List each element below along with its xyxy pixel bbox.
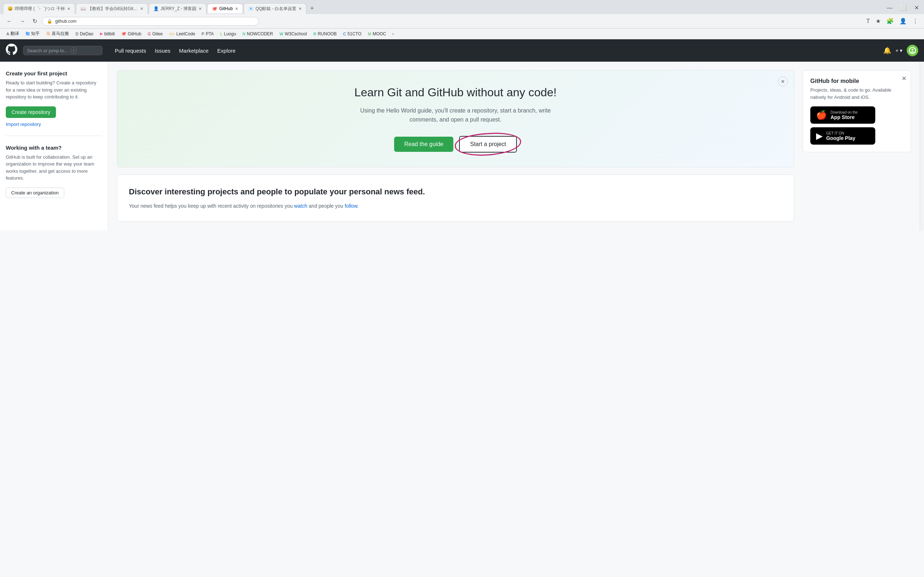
bookmark-label-leetcode: LeetCode [176, 31, 195, 36]
bookmark-label-51cto: 51CTO [347, 31, 361, 36]
bookmark-luogu[interactable]: L Luogu [218, 31, 238, 37]
tab-close-tutorial[interactable]: ✕ [140, 6, 143, 11]
bookmark-label-zhihu: 知乎 [31, 31, 40, 37]
bookmark-pta[interactable]: P PTA [200, 31, 216, 37]
bookmark-label-luogu: Luogu [224, 31, 236, 36]
nav-issues[interactable]: Issues [151, 45, 174, 56]
bookmark-favicon-github: 🐙 [121, 31, 126, 36]
discover-desc-pre: Your news feed helps you keep up with re… [129, 203, 294, 209]
restore-button[interactable]: ⬜ [898, 3, 909, 13]
github-mobile-card: ✕ GitHub for mobile Projects, ideas, & c… [803, 70, 911, 152]
mobile-card-close-button[interactable]: ✕ [901, 75, 906, 82]
learn-git-description: Using the Hello World guide, you'll crea… [347, 106, 564, 124]
bookmark-favicon-pta: P [202, 32, 204, 36]
card-action-buttons: Read the guide Start a project [132, 136, 779, 153]
bookmark-favicon-leetcode: </> [169, 32, 175, 36]
app-store-text: Download on the App Store [830, 110, 858, 120]
scrollbar[interactable] [920, 62, 924, 230]
translate-button[interactable]: T [865, 16, 871, 26]
page-body: Create your first project Ready to start… [0, 62, 924, 230]
learn-git-title: Learn Git and GitHub without any code! [132, 85, 779, 100]
import-repository-link[interactable]: Import repository [6, 121, 102, 127]
bookmark-w3cschool[interactable]: W W3Cschool [277, 31, 309, 37]
follow-link[interactable]: follow [345, 203, 357, 209]
forward-button[interactable]: → [17, 16, 27, 26]
extensions-button[interactable]: 🧩 [885, 16, 895, 26]
bookmark-ximalaya[interactable]: 马 喜马拉雅 [44, 30, 71, 37]
minimize-button[interactable]: — [885, 3, 895, 13]
sidebar-divider [6, 135, 102, 136]
bookmark-label-nowcoder: NOWCODER [247, 31, 273, 36]
tab-title-github: GitHub [219, 6, 233, 11]
tab-close-qq[interactable]: ✕ [299, 6, 302, 11]
new-tab-button[interactable]: + [307, 3, 317, 14]
bookmark-nowcoder[interactable]: N NOWCODER [241, 31, 275, 37]
google-play-button[interactable]: ▶ GET IT ON Google Play [810, 127, 875, 145]
tab-github[interactable]: 🐙 GitHub ✕ [207, 3, 242, 13]
read-guide-button[interactable]: Read the guide [394, 137, 454, 152]
bookmark-label-mooc: MOOC [373, 31, 386, 36]
create-repository-button[interactable]: Create repository [6, 106, 56, 118]
back-button[interactable]: ← [4, 16, 15, 26]
profile-button[interactable]: 👤 [898, 16, 908, 26]
tab-favicon-tutorial: 📖 [81, 6, 86, 11]
bookmark-runoob[interactable]: R RUNOOB [311, 31, 339, 37]
sidebar-section-desc-create: Ready to start building? Create a reposi… [6, 79, 102, 101]
bookmark-dedao[interactable]: D DeDao [73, 31, 95, 37]
browser-controls: ← → ↻ 🔒 github.com T ★ 🧩 👤 ⋮ [0, 14, 924, 29]
search-bar[interactable]: Search or jump to... / [23, 46, 102, 55]
tab-qq[interactable]: 📧 QQ邮箱 - 白名单设置 ✕ [244, 3, 307, 14]
tab-close-github[interactable]: ✕ [235, 6, 238, 11]
bookmark-button[interactable]: ★ [874, 16, 882, 26]
reload-button[interactable]: ↻ [30, 16, 39, 26]
content-side: ✕ GitHub for mobile Projects, ideas, & c… [803, 70, 911, 222]
watch-link[interactable]: watch [294, 203, 307, 209]
bookmarks-bar: A 翻译 知 知乎 马 喜马拉雅 D DeDao ▶ bilibili 🐙 Gi… [0, 29, 924, 39]
tab-favicon-github: 🐙 [212, 6, 217, 11]
close-window-button[interactable]: ✕ [912, 3, 921, 13]
bookmark-translate[interactable]: A 翻译 [4, 30, 21, 37]
bookmark-label-dedao: DeDao [80, 31, 93, 36]
app-store-button[interactable]: 🍎 Download on the App Store [810, 106, 875, 124]
tab-close-bilibili[interactable]: ✕ [67, 6, 70, 11]
bookmark-favicon-gitee: G [148, 32, 151, 36]
bookmark-bilibili[interactable]: ▶ bilibili [98, 31, 117, 37]
bookmark-favicon-nowcoder: N [242, 32, 246, 36]
bookmark-label-pta: PTA [206, 31, 214, 36]
nav-explore[interactable]: Explore [214, 45, 239, 56]
tab-favicon-bilibili: 😄 [8, 6, 13, 11]
github-header: Search or jump to... / Pull requests Iss… [0, 39, 924, 62]
bookmark-51cto[interactable]: C 51CTO [341, 31, 363, 37]
tab-tutorial[interactable]: 📖 【教程】学会Git玩转Githu... ✕ [76, 3, 148, 14]
tab-favicon-blog: 👤 [153, 6, 158, 11]
bookmark-favicon-translate: A [6, 32, 9, 36]
bookmark-github[interactable]: 🐙 GitHub [119, 31, 143, 37]
new-item-button[interactable]: + ▾ [895, 48, 902, 53]
bookmark-label-bilibili: bilibili [104, 31, 115, 36]
bookmarks-overflow[interactable]: » [392, 31, 394, 36]
content-main: ✕ Learn Git and GitHub without any code!… [117, 70, 794, 222]
card-close-button[interactable]: ✕ [778, 76, 788, 87]
search-placeholder: Search or jump to... [27, 48, 68, 53]
create-organization-button[interactable]: Create an organization [6, 187, 64, 198]
nav-marketplace[interactable]: Marketplace [175, 45, 212, 56]
user-avatar[interactable] [907, 45, 918, 56]
tab-blog[interactable]: 👤 JERRY_Z - 博客园 ✕ [149, 3, 207, 14]
address-bar[interactable]: 🔒 github.com [42, 17, 259, 26]
bookmark-favicon-ximalaya: 马 [46, 31, 50, 36]
mobile-card-description: Projects, ideas, & code to go. Available… [810, 87, 903, 101]
bookmark-gitee[interactable]: G Gitee [145, 31, 165, 37]
nav-pull-requests[interactable]: Pull requests [111, 45, 150, 56]
google-play-large-text: Google Play [826, 135, 855, 141]
bookmark-zhihu[interactable]: 知 知乎 [23, 30, 42, 37]
bookmark-label-w3cschool: W3Cschool [285, 31, 307, 36]
bookmark-mooc[interactable]: M MOOC [366, 31, 388, 37]
tab-bilibili[interactable]: 😄 哔哩哔哩 (゜-゜)つロ 干杯 ✕ [3, 3, 75, 14]
github-logo[interactable] [6, 44, 17, 58]
menu-button[interactable]: ⋮ [911, 16, 920, 26]
notifications-icon[interactable]: 🔔 [883, 47, 891, 55]
bookmark-leetcode[interactable]: </> LeetCode [167, 31, 197, 37]
tab-close-blog[interactable]: ✕ [199, 6, 202, 11]
bookmark-favicon-zhihu: 知 [26, 31, 30, 36]
start-project-button[interactable]: Start a project [459, 136, 517, 153]
